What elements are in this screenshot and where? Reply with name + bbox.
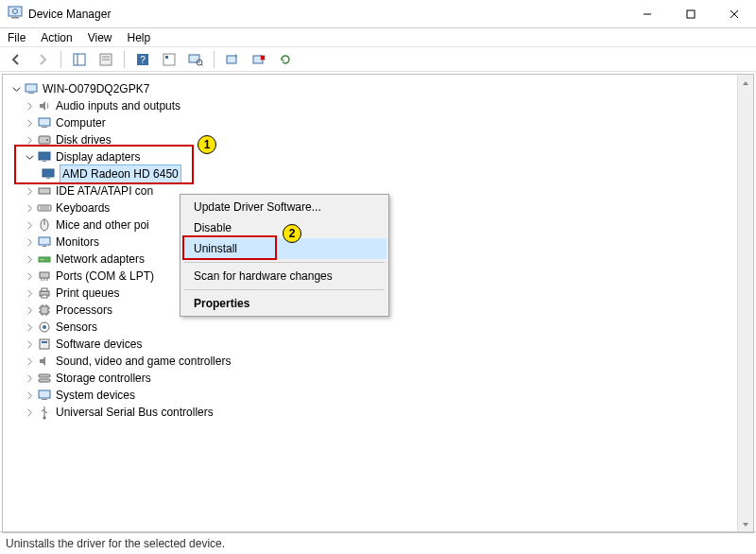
computer-icon (37, 115, 52, 130)
menu-help[interactable]: Help (128, 31, 151, 44)
help-button[interactable]: ? (132, 49, 153, 70)
chevron-right-icon[interactable] (24, 253, 35, 265)
titlebar: Device Manager (0, 0, 756, 28)
ctx-update-driver[interactable]: Update Driver Software... (182, 197, 387, 217)
forward-button[interactable] (32, 49, 53, 70)
chevron-down-icon[interactable] (10, 83, 22, 95)
monitor-icon (37, 234, 52, 250)
show-hide-tree-button[interactable] (69, 49, 90, 70)
annotation-1: 1 (198, 135, 216, 154)
close-button[interactable] (713, 0, 756, 27)
properties-button[interactable] (95, 49, 116, 70)
svg-rect-14 (163, 54, 175, 65)
tree-item-label: Storage controllers (56, 370, 151, 387)
update-driver-button[interactable] (222, 49, 243, 70)
ctx-scan[interactable]: Scan for hardware changes (182, 266, 387, 286)
menu-action[interactable]: Action (41, 31, 72, 44)
system-icon (37, 388, 52, 403)
svg-rect-0 (9, 7, 22, 16)
svg-rect-41 (39, 257, 50, 262)
chevron-right-icon[interactable] (24, 304, 35, 316)
svg-text:?: ? (140, 55, 146, 65)
svg-rect-24 (28, 93, 34, 94)
svg-rect-4 (687, 10, 695, 18)
window-title: Device Manager (28, 8, 111, 21)
toolbar: ? (0, 47, 756, 72)
svg-rect-52 (42, 341, 47, 343)
menubar: File Action View Help (0, 28, 756, 47)
app-icon (8, 5, 23, 23)
chevron-right-icon[interactable] (24, 236, 35, 248)
tree-item[interactable]: Computer (10, 114, 753, 131)
separator (184, 262, 385, 263)
chevron-right-icon[interactable] (24, 390, 35, 401)
annotation-2: 2 (283, 224, 301, 243)
svg-rect-54 (39, 379, 50, 382)
tree-item[interactable]: Software devices (10, 336, 753, 353)
chevron-right-icon[interactable] (24, 372, 35, 384)
chevron-right-icon[interactable] (24, 287, 35, 299)
tree-item-label: Audio inputs and outputs (56, 97, 180, 114)
ide-icon (37, 183, 52, 199)
keyboard-icon (37, 200, 52, 216)
annotation-box-2 (182, 235, 277, 260)
tree-item-label: Ports (COM & LPT) (56, 268, 154, 285)
svg-rect-44 (40, 272, 49, 278)
svg-rect-19 (227, 56, 236, 63)
chevron-right-icon[interactable] (24, 407, 35, 418)
tree-item[interactable]: Universal Serial Bus controllers (10, 404, 753, 421)
storage-icon (37, 371, 52, 386)
svg-rect-26 (42, 127, 47, 128)
options-button[interactable] (159, 49, 180, 70)
tree-item-label: Network adapters (56, 251, 145, 268)
svg-line-18 (201, 64, 203, 66)
svg-rect-43 (43, 259, 43, 260)
svg-rect-7 (74, 54, 85, 65)
chevron-right-icon[interactable] (24, 355, 35, 367)
tree-item[interactable]: System devices (10, 387, 753, 404)
svg-point-28 (46, 139, 48, 141)
svg-rect-15 (165, 56, 168, 59)
chevron-right-icon[interactable] (24, 100, 35, 112)
tree-item-label: Processors (56, 302, 112, 319)
tree-root[interactable]: WIN-O079DQ2GPK7 (10, 80, 753, 97)
tree-item[interactable]: Sound, video and game controllers (10, 353, 753, 370)
statusbar: Uninstalls the driver for the selected d… (0, 531, 756, 554)
scroll-up-button[interactable] (738, 75, 753, 91)
chevron-right-icon[interactable] (24, 202, 35, 214)
sensor-icon (37, 320, 52, 335)
ctx-properties[interactable]: Properties (182, 293, 387, 314)
chevron-right-icon[interactable] (24, 117, 35, 129)
svg-rect-16 (189, 55, 199, 62)
tree-item-label: Computer (56, 114, 106, 131)
status-text: Uninstalls the driver for the selected d… (6, 537, 225, 550)
tree-item[interactable]: Sensors (10, 319, 753, 336)
refresh-button[interactable] (275, 49, 296, 70)
uninstall-button[interactable] (249, 49, 269, 70)
svg-rect-33 (39, 188, 50, 194)
tree-item-label: IDE ATA/ATAPI con (56, 182, 153, 199)
tree-item[interactable]: Audio inputs and outputs (10, 97, 753, 114)
menu-file[interactable]: File (8, 31, 26, 44)
chevron-right-icon[interactable] (24, 338, 35, 350)
chevron-right-icon[interactable] (24, 321, 35, 333)
tree-item-label: Monitors (56, 234, 99, 251)
scan-hardware-button[interactable] (185, 49, 206, 70)
audio-icon (37, 354, 52, 369)
tree-item[interactable]: Storage controllers (10, 370, 753, 387)
chevron-right-icon[interactable] (24, 270, 35, 282)
separator (184, 289, 385, 290)
scroll-down-button[interactable] (738, 516, 753, 532)
maximize-button[interactable] (669, 0, 713, 27)
tree-item-label: Print queues (56, 285, 119, 302)
minimize-button[interactable] (626, 0, 669, 27)
mouse-icon (37, 217, 52, 233)
scrollbar-vertical[interactable] (737, 75, 753, 532)
tree-item-label: Keyboards (56, 199, 110, 216)
svg-rect-47 (42, 295, 47, 298)
menu-view[interactable]: View (88, 31, 112, 44)
chevron-right-icon[interactable] (24, 185, 35, 197)
svg-rect-55 (39, 390, 50, 398)
chevron-right-icon[interactable] (24, 219, 35, 231)
back-button[interactable] (6, 49, 26, 70)
